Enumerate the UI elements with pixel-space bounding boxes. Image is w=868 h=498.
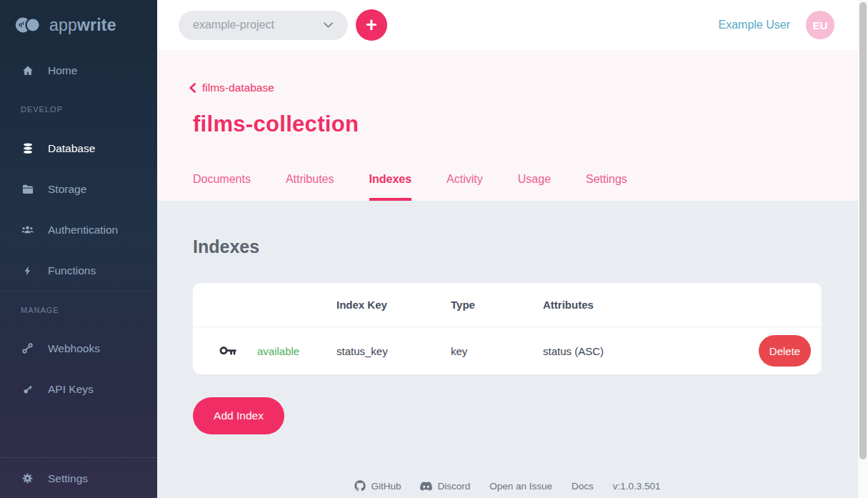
sidebar-item-label: API Keys (48, 383, 94, 396)
sidebar-item-label: Settings (48, 472, 88, 485)
footer: GitHub Discord Open an Issue Docs v:1.0.… (157, 474, 858, 498)
delete-index-button[interactable]: Delete (759, 335, 811, 367)
sidebar-item-label: Home (48, 64, 77, 77)
footer-docs-link[interactable]: Docs (572, 481, 594, 492)
appwrite-logo-icon (14, 16, 43, 34)
footer-github-link[interactable]: GitHub (354, 480, 401, 492)
tab-usage[interactable]: Usage (518, 173, 551, 201)
sidebar-item-label: Webhooks (48, 342, 100, 355)
avatar[interactable]: EU (806, 11, 834, 39)
collection-tabs: Documents Attributes Indexes Activity Us… (193, 173, 627, 201)
sidebar-item-label: Storage (48, 183, 86, 196)
project-selector[interactable]: example-project (179, 11, 348, 40)
sidebar-section-develop: DEVELOP (0, 91, 157, 128)
sidebar-item-settings[interactable]: Settings (0, 458, 157, 498)
scrollbar-thumb[interactable] (859, 2, 867, 459)
sidebar-item-label: Database (48, 142, 95, 155)
sidebar-item-label: Functions (48, 264, 96, 277)
add-index-button[interactable]: Add Index (193, 397, 284, 434)
index-attributes-cell: status (ASC) (543, 345, 736, 357)
project-selector-value: example-project (193, 19, 274, 31)
page-title: films-collection (193, 111, 359, 137)
discord-icon (420, 482, 432, 491)
sidebar-item-label: Authentication (48, 224, 118, 236)
database-icon (21, 142, 34, 155)
appwrite-logo-text: appwrite (49, 16, 116, 35)
gear-icon (21, 472, 34, 484)
table-row: available status_key key status (ASC) De… (193, 327, 822, 374)
storage-icon (21, 183, 34, 196)
breadcrumb[interactable]: films-database (189, 81, 274, 94)
footer-discord-link[interactable]: Discord (420, 481, 470, 492)
add-project-button[interactable]: + (356, 9, 387, 41)
sidebar-item-storage[interactable]: Storage (0, 169, 157, 209)
sidebar-item-database[interactable]: Database (0, 128, 157, 169)
column-header-attributes: Attributes (543, 299, 736, 311)
topbar: example-project + Example User EU (157, 0, 858, 50)
section-heading: Indexes (193, 236, 259, 257)
footer-version: v:1.0.3.501 (613, 481, 661, 492)
sidebar-item-webhooks[interactable]: Webhooks (0, 328, 157, 369)
api-keys-icon (21, 383, 34, 396)
webhooks-icon (21, 342, 34, 354)
index-status: available (257, 345, 336, 357)
home-icon (21, 64, 34, 77)
scrollbar-track[interactable] (858, 0, 868, 498)
authentication-icon (21, 224, 34, 236)
tab-indexes[interactable]: Indexes (369, 173, 412, 201)
key-icon (193, 344, 257, 357)
sidebar: appwrite Home DEVELOP Database Storage (0, 0, 157, 498)
main-area: example-project + Example User EU films-… (157, 0, 858, 498)
chevron-left-icon (189, 82, 196, 94)
tab-activity[interactable]: Activity (447, 173, 483, 201)
index-key-cell: status_key (336, 345, 451, 357)
sidebar-item-functions[interactable]: Functions (0, 250, 157, 291)
user-name-link[interactable]: Example User (719, 19, 790, 31)
appwrite-logo[interactable]: appwrite (0, 0, 157, 50)
table-header-row: Index Key Type Attributes (193, 283, 822, 327)
tab-attributes[interactable]: Attributes (286, 173, 334, 201)
tab-documents[interactable]: Documents (193, 173, 251, 201)
sidebar-item-authentication[interactable]: Authentication (0, 209, 157, 250)
sidebar-item-api-keys[interactable]: API Keys (0, 369, 157, 409)
tab-settings[interactable]: Settings (586, 173, 627, 201)
column-header-index-key: Index Key (336, 299, 451, 311)
sidebar-section-manage: MANAGE (0, 291, 157, 328)
breadcrumb-label: films-database (202, 81, 274, 94)
index-type-cell: key (451, 345, 543, 357)
github-icon (354, 480, 366, 492)
column-header-type: Type (451, 299, 543, 311)
footer-open-issue-link[interactable]: Open an Issue (489, 481, 552, 492)
functions-icon (21, 264, 34, 277)
sidebar-item-home[interactable]: Home (0, 50, 157, 91)
avatar-initials: EU (813, 19, 828, 31)
chevron-down-icon (323, 21, 334, 29)
collection-header: films-database films-collection Document… (157, 50, 858, 201)
plus-icon: + (366, 14, 377, 36)
indexes-table: Index Key Type Attributes available stat… (193, 283, 822, 374)
indexes-panel: Indexes Index Key Type Attributes availa… (157, 201, 858, 498)
